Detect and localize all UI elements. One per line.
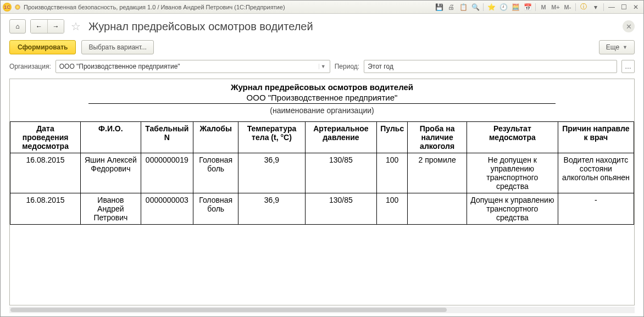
report-org: ООО "Производственное предприятие" <box>88 93 556 104</box>
table-row[interactable]: 16.08.2015Яшин Алексей Федорович00000000… <box>10 153 634 193</box>
cell-date: 16.08.2015 <box>10 153 81 193</box>
chevron-down-icon[interactable]: ▼ <box>319 64 327 69</box>
cell-reason: - <box>558 193 634 225</box>
cell-temp: 36,9 <box>238 153 305 193</box>
period-combo[interactable]: Этот год <box>364 60 617 73</box>
app-window: 1C Производственная безопасность, редакц… <box>0 0 644 317</box>
separator <box>535 3 536 11</box>
cell-alcohol <box>408 193 467 225</box>
toolbar-row: Сформировать Выбрать вариант... Еще ▼ <box>9 40 635 54</box>
home-icon: ⌂ <box>15 23 19 30</box>
save-icon[interactable]: 💾 <box>434 2 445 12</box>
search-icon[interactable]: 🔍 <box>470 2 481 12</box>
app-dot-icon <box>15 4 20 10</box>
report-area[interactable]: Журнал предрейсовых осмотров водителей О… <box>9 79 635 305</box>
table-row[interactable]: 16.08.2015Иванов Андрей Петрович00000000… <box>10 193 634 225</box>
period-picker-button[interactable]: … <box>621 60 635 73</box>
close-icon: ✕ <box>626 23 632 31</box>
app-logo-icon: 1C <box>3 3 12 12</box>
period-combo-value: Этот год <box>368 63 614 70</box>
cell-complaints: Головная боль <box>193 153 238 193</box>
window-minimize-button[interactable]: — <box>606 2 617 12</box>
more-button[interactable]: Еще ▼ <box>599 40 635 54</box>
th-pulse: Пульс <box>377 122 408 153</box>
separator <box>575 3 576 11</box>
back-button[interactable]: ← <box>31 20 47 33</box>
separator <box>483 3 484 11</box>
arrow-right-icon: → <box>53 23 59 30</box>
org-combo-value: ООО "Производственное предприятие" <box>59 63 319 70</box>
cell-result: Допущен к управлению транспортного средс… <box>467 193 558 225</box>
window-title: Производственная безопасность, редакция … <box>24 4 434 10</box>
filter-row: Организация: ООО "Производственное предп… <box>9 60 635 73</box>
cell-bp: 130/85 <box>305 193 377 225</box>
th-tabn: Табельный N <box>141 122 193 153</box>
table-body: 16.08.2015Яшин Алексей Федорович00000000… <box>10 153 634 225</box>
report-table: Дата проведения медосмотра Ф.И.О. Табель… <box>10 121 634 225</box>
report-title: Журнал предрейсовых осмотров водителей <box>10 79 634 93</box>
calendar-icon[interactable]: 📅 <box>522 2 533 12</box>
memory-mminus-button[interactable]: M- <box>562 2 573 12</box>
report-inner: Журнал предрейсовых осмотров водителей О… <box>10 79 634 225</box>
scrollbar-thumb[interactable] <box>10 308 447 312</box>
th-result: Результат медосмотра <box>467 122 558 153</box>
choose-variant-button[interactable]: Выбрать вариант... <box>81 40 153 54</box>
th-reason: Причин направле к врач <box>558 122 634 153</box>
th-temp: Температура тела (t, °C) <box>238 122 305 153</box>
arrow-left-icon: ← <box>36 23 42 30</box>
cell-fio: Иванов Андрей Петрович <box>81 193 141 225</box>
info-icon[interactable]: ⓘ <box>578 2 589 12</box>
table-header-row: Дата проведения медосмотра Ф.И.О. Табель… <box>10 122 634 153</box>
forward-button[interactable]: → <box>47 20 64 33</box>
th-bp: Артериальное давление <box>305 122 377 153</box>
cell-alcohol: 2 промиле <box>408 153 467 193</box>
home-button[interactable]: ⌂ <box>9 19 26 34</box>
cell-tabn: 0000000003 <box>141 193 193 225</box>
cell-pulse: 100 <box>377 193 408 225</box>
memory-m-button[interactable]: M <box>538 2 549 12</box>
ellipsis-icon: … <box>625 63 631 70</box>
separator <box>603 3 604 11</box>
content-area: ⌂ ← → ☆ Журнал предрейсовых осмотров вод… <box>1 14 643 316</box>
memory-mplus-button[interactable]: M+ <box>550 2 561 12</box>
window-maximize-button[interactable]: ☐ <box>618 2 629 12</box>
th-fio: Ф.И.О. <box>81 122 141 153</box>
org-combo[interactable]: ООО "Производственное предприятие" ▼ <box>55 60 330 73</box>
cell-complaints: Головная боль <box>193 193 238 225</box>
chevron-down-icon: ▼ <box>623 45 628 50</box>
titlebar: 1C Производственная безопасность, редакц… <box>1 1 643 14</box>
cell-tabn: 0000000019 <box>141 153 193 193</box>
th-complaints: Жалобы <box>193 122 238 153</box>
cell-date: 16.08.2015 <box>10 193 81 225</box>
chevron-down-icon[interactable]: ▾ <box>590 2 601 12</box>
close-page-button[interactable]: ✕ <box>623 20 635 32</box>
cell-pulse: 100 <box>377 153 408 193</box>
cell-bp: 130/85 <box>305 153 377 193</box>
org-label: Организация: <box>9 63 51 70</box>
window-close-button[interactable]: ✕ <box>630 2 641 12</box>
titlebar-toolbar: 💾 🖨 📋 🔍 ⭐ 🕘 🧮 📅 M M+ M- ⓘ ▾ — ☐ ✕ <box>434 2 641 12</box>
th-alcohol: Проба на наличие алкоголя <box>408 122 467 153</box>
copy-icon[interactable]: 📋 <box>458 2 469 12</box>
more-button-label: Еще <box>606 43 619 51</box>
report-hint: (наименование организации) <box>10 104 634 121</box>
cell-temp: 36,9 <box>238 193 305 225</box>
print-icon[interactable]: 🖨 <box>446 2 457 12</box>
nav-row: ⌂ ← → ☆ Журнал предрейсовых осмотров вод… <box>9 19 635 34</box>
star-icon[interactable]: ☆ <box>71 20 81 33</box>
cell-fio: Яшин Алексей Федорович <box>81 153 141 193</box>
cell-reason: Водител находитс состояни алкогольн опья… <box>558 153 634 193</box>
favorite-icon[interactable]: ⭐ <box>486 2 497 12</box>
history-icon[interactable]: 🕘 <box>498 2 509 12</box>
page-title: Журнал предрейсовых осмотров водителей <box>88 20 313 33</box>
horizontal-scrollbar[interactable] <box>9 307 635 313</box>
form-report-button[interactable]: Сформировать <box>9 40 76 54</box>
nav-group: ← → <box>30 19 64 34</box>
th-date: Дата проведения медосмотра <box>10 122 81 153</box>
cell-result: Не допущен к управлению транспортного ср… <box>467 153 558 193</box>
period-label: Период: <box>335 63 359 70</box>
calculator-icon[interactable]: 🧮 <box>510 2 521 12</box>
